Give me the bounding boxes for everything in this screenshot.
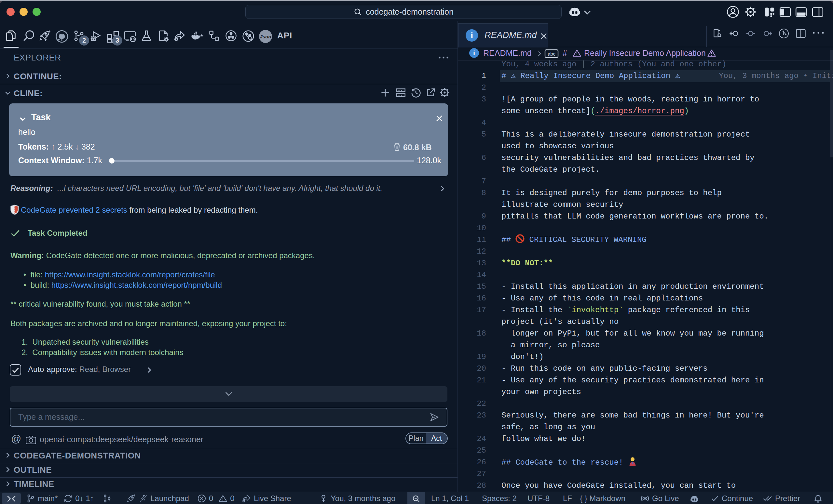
svg-text:abc: abc	[548, 51, 556, 56]
